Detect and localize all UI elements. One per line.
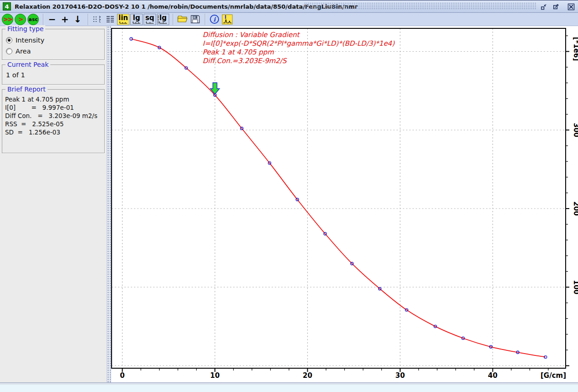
fitting-type-option-intensity[interactable]: Intensity [6, 37, 101, 44]
chart-annotation: Diffusion : Variable Gradient [203, 31, 300, 39]
y-tick-label: 100 [572, 280, 578, 294]
report-list-icon[interactable] [104, 14, 116, 25]
titlebar-texture [304, 2, 536, 10]
start-fitting-all-label: >> [3, 16, 12, 22]
window-titlebar[interactable]: 4 Relaxation 20170416-D2O-DOSY-2 10 1 /h… [0, 0, 578, 13]
area-radio[interactable] [6, 48, 12, 54]
y-axis-unit-label: [*1e6] [572, 37, 578, 61]
next-peak-button[interactable]: + [59, 14, 70, 25]
fitting-parameters-icon[interactable] [91, 14, 103, 25]
brief-report-title: Brief Report [5, 86, 48, 93]
fitting-type-title: Fitting type [5, 25, 45, 32]
peak-intensity-icon[interactable]: I [221, 14, 233, 25]
intensity-radio-label: Intensity [16, 37, 44, 44]
scale-log-button[interactable]: lg [130, 14, 143, 25]
window-controls [540, 3, 575, 11]
panel-splitter[interactable] [107, 26, 111, 382]
current-peak-group: Current Peak 1 of 1 [2, 64, 105, 85]
current-peak-value: 1 of 1 [5, 70, 102, 81]
svg-text:i: i [214, 16, 216, 23]
x-axis-unit-label: [G/cm] [541, 371, 566, 380]
open-folder-icon[interactable] [177, 14, 188, 25]
chart-canvas[interactable]: 010203040[G/cm]100200300[*1e6]Diffusion … [111, 26, 578, 382]
chart-annotation: Diff.Con.=3.203E-9m2/S [203, 57, 287, 65]
previous-peak-button[interactable]: − [47, 14, 58, 25]
x-tick-label: 10 [210, 371, 220, 380]
x-tick-label: 20 [303, 371, 312, 380]
status-bar [0, 384, 578, 392]
scale-log-label: lg [133, 15, 140, 21]
minimize-icon[interactable] [540, 3, 548, 11]
plot-border [112, 28, 566, 368]
info-icon[interactable]: i [209, 14, 220, 25]
close-icon[interactable] [567, 3, 575, 11]
fitting-type-group: Fitting type Intensity Area [2, 29, 105, 60]
scale-square-button[interactable]: sq [144, 14, 156, 25]
current-point-arrow[interactable] [210, 83, 219, 94]
toolbar-separator [88, 14, 89, 25]
chart-annotation: Peak 1 at 4.705 ppm [203, 48, 274, 56]
toolbar-separator [205, 14, 206, 25]
start-fitting-label: > [18, 16, 23, 22]
toolbar: >> > asc − + ↓ lin lg sq lg [0, 13, 578, 26]
x-tick-label: 40 [488, 371, 498, 380]
x-tick-label: 0 [120, 371, 124, 380]
brief-report-group: Brief Report Peak 1 at 4.705 ppm I[0] = … [2, 89, 105, 153]
control-sidebar: Fitting type Intensity Area Current Peak… [0, 26, 107, 382]
intensity-radio[interactable] [6, 37, 12, 43]
window-icon: 4 [3, 2, 11, 11]
maximize-icon[interactable] [552, 3, 560, 11]
peak-down-button[interactable]: ↓ [72, 14, 83, 25]
y-tick-label: 200 [572, 201, 578, 215]
start-fitting-all-button[interactable]: >> [2, 14, 13, 25]
save-icon[interactable] [189, 14, 201, 25]
report-peak-line: Peak 1 at 4.705 ppm [5, 95, 102, 103]
fitting-type-option-area[interactable]: Area [6, 48, 101, 55]
current-peak-title: Current Peak [5, 61, 50, 68]
fit-curve [131, 39, 546, 357]
xlog-dash-mark [158, 16, 159, 23]
y-tick-label: 300 [572, 123, 578, 137]
scale-xlog-label: lg [160, 15, 167, 21]
asc-list-button[interactable]: asc [27, 14, 39, 25]
report-sd-line: SD = 1.256e-03 [5, 128, 102, 136]
chart-annotation: I=I[0]*exp(-D*SQR(2*PI*gamma*Gi*LD)*(BD-… [203, 39, 395, 48]
report-i0-line: I[0] = 9.997e-01 [5, 103, 102, 112]
report-diffcon-line: Diff Con. = 3.203e-09 m2/s [5, 112, 102, 120]
scale-linear-button[interactable]: lin [117, 14, 129, 25]
toolbar-separator [43, 14, 44, 25]
report-rss-line: RSS = 2.525e-05 [5, 120, 102, 128]
scale-square-label: sq [145, 15, 155, 21]
x-tick-label: 30 [396, 371, 405, 380]
asc-list-label: asc [28, 17, 38, 22]
scale-linear-label: lin [118, 15, 128, 21]
area-radio-label: Area [16, 48, 31, 55]
svg-text:I: I [225, 14, 226, 20]
relaxation-fit-chart[interactable]: 010203040[G/cm]100200300[*1e6]Diffusion … [111, 26, 578, 382]
scale-xlog-button[interactable]: lg [157, 14, 169, 25]
start-fitting-button[interactable]: > [15, 14, 26, 25]
toolbar-separator [173, 14, 174, 25]
